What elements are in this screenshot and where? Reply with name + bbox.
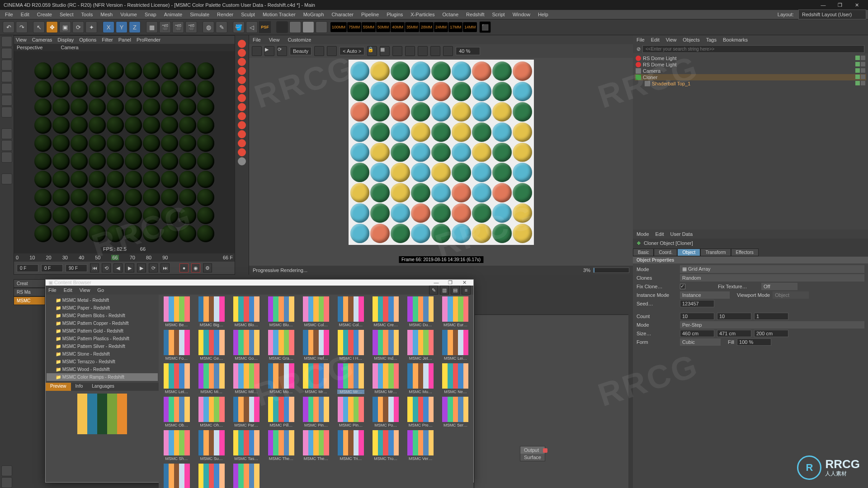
rv-save-icon[interactable] (252, 46, 262, 56)
start-frame-field[interactable]: 0 F (17, 264, 38, 272)
tree-item[interactable]: 📁 MSMC Pattern Plastics - Redshift (47, 335, 158, 343)
rs-btn-6[interactable] (238, 85, 246, 93)
psf-button[interactable]: PSF (259, 21, 271, 33)
om-row[interactable]: Shaderball Top_1 (635, 80, 866, 87)
menu-select[interactable]: Select (57, 10, 77, 19)
rv-menu-customize[interactable]: Customize (288, 37, 311, 42)
cb-tool-2[interactable]: ▥ (440, 286, 449, 295)
om-row[interactable]: RS Dome Light (635, 61, 866, 68)
palette-item[interactable]: MSMC Ser… (439, 397, 472, 427)
tree-item[interactable]: 📁 MSMC Wood - Redshift (47, 366, 158, 373)
mat-tab-create[interactable]: Creat (14, 279, 45, 288)
soft-select[interactable] (1, 152, 12, 163)
rs-btn-11[interactable] (238, 130, 246, 138)
rs-btn-9[interactable] (238, 112, 246, 120)
palette-item[interactable]: MSMC Par… (230, 397, 262, 427)
lens-50[interactable]: 50MM (376, 22, 390, 32)
attr-tab-coord[interactable]: Coord. (654, 249, 677, 256)
om-search-input[interactable] (642, 45, 864, 53)
undo-button[interactable]: ↶ (3, 21, 14, 33)
rv-snapshot-b-icon[interactable] (418, 46, 428, 56)
rv-grid-icon[interactable]: ▦ (380, 46, 390, 56)
palette-item[interactable]: MSMC Ind… (370, 330, 402, 361)
rs-btn-7[interactable] (238, 94, 246, 102)
model-mode[interactable] (1, 36, 12, 47)
browser-max-icon[interactable]: ❐ (444, 280, 457, 286)
swatch-grey[interactable] (316, 21, 327, 33)
size-z[interactable]: 200 cm (754, 330, 788, 337)
render-pv-button[interactable]: 🎬 (172, 21, 184, 33)
viewport-perspective[interactable]: View Cameras Display Options Filter Pane… (14, 35, 235, 275)
om-menu-view[interactable]: View (666, 37, 677, 42)
rv-menu-view[interactable]: View (269, 37, 280, 42)
menu-redshift[interactable]: Redshift (463, 10, 487, 19)
lens-14[interactable]: 14MM (463, 22, 477, 32)
palette-item[interactable]: MSMC Mi… (195, 363, 227, 394)
mat-tab-msmc[interactable]: MSMC (14, 296, 45, 305)
rv-lock-icon[interactable]: 🔒 (367, 46, 377, 56)
lens-100[interactable]: 100MM (330, 22, 347, 32)
size-y[interactable]: 471 cm (717, 330, 751, 337)
menu-animate[interactable]: Animate (161, 10, 185, 19)
rv-copy-icon[interactable] (443, 46, 453, 56)
palette-item[interactable]: MSMC Lei… (439, 330, 472, 361)
rv-pass-select[interactable]: Beauty (290, 47, 311, 55)
attr-tab-basic[interactable]: Basic (633, 249, 654, 256)
vpmode-select[interactable]: Object (773, 291, 809, 299)
axis-mode[interactable] (1, 107, 12, 117)
rs-btn-13[interactable] (238, 148, 246, 156)
vp-menu-panel[interactable]: Panel (118, 37, 131, 42)
last-tool[interactable]: ✦ (85, 21, 97, 33)
palette-item[interactable]: MSMC Eur… (439, 296, 472, 327)
palette-item[interactable]: MSMC Wi… (195, 464, 227, 488)
workplane-mode[interactable] (1, 60, 12, 70)
menu-mesh[interactable]: Mesh (97, 10, 116, 19)
om-menu-file[interactable]: File (637, 37, 645, 42)
menu-plugins[interactable]: Plugins (383, 10, 406, 19)
vp-menu-cameras[interactable]: Cameras (32, 37, 52, 42)
menu-tools[interactable]: Tools (78, 10, 96, 19)
tree-item[interactable]: 📁 MSMC Pattern Gold - Redshift (47, 327, 158, 335)
vp-menu-filter[interactable]: Filter (102, 37, 113, 42)
vp-menu-display[interactable]: Display (57, 37, 74, 42)
lens-35[interactable]: 35MM (405, 22, 419, 32)
palette-item[interactable]: MSMC I H… (335, 330, 367, 361)
cube-object[interactable]: ◍ (203, 21, 214, 33)
pstart-frame-field[interactable]: 0 F (41, 264, 63, 272)
rs-btn-4[interactable] (238, 67, 246, 75)
step-fwd-button[interactable]: ⟳ (149, 263, 158, 272)
menu-mograph[interactable]: MoGraph (300, 10, 327, 19)
rv-compare-icon[interactable] (430, 46, 440, 56)
timeline-ruler[interactable]: 0 10 20 30 40 50 66 70 80 90 66 F (14, 253, 235, 262)
y-axis-lock[interactable]: Y (116, 21, 127, 33)
menu-volume[interactable]: Volume (117, 10, 140, 19)
rs-btn-3[interactable] (238, 58, 246, 66)
vp-tab-camera[interactable]: Camera (61, 45, 78, 50)
menu-snap[interactable]: Snap (142, 10, 160, 19)
palette-item[interactable]: MSMC Big… (195, 296, 227, 327)
palette-item[interactable]: MSMC Su… (195, 430, 227, 461)
menu-character[interactable]: Character (329, 10, 357, 19)
poly-mode[interactable] (1, 95, 12, 106)
seed-field[interactable]: 123457 (680, 300, 714, 307)
tree-item[interactable]: 📁 MSMC Paper - Redshift (47, 304, 158, 312)
key-options-button[interactable]: ⚙ (203, 263, 212, 272)
instmode-select[interactable]: Instance (680, 291, 730, 299)
attr-tab-effectors[interactable]: Effectors (731, 249, 759, 256)
object-manager-tree[interactable]: RS Dome LightRS Dome LightCameraClonerSh… (633, 53, 868, 230)
om-menu-bookmarks[interactable]: Bookmarks (723, 37, 748, 42)
menu-octane[interactable]: Octane (439, 10, 462, 19)
attr-tab-object[interactable]: Object (677, 249, 700, 256)
attr-menu-mode[interactable]: Mode (637, 231, 649, 237)
rv-auto-select[interactable]: < Auto > (340, 47, 364, 55)
cb-menu-view[interactable]: View (80, 287, 90, 293)
rv-refresh-icon[interactable]: ⟳ (277, 46, 287, 56)
om-menu-objects[interactable]: Objects (683, 37, 699, 42)
rv-crop-icon[interactable] (327, 46, 337, 56)
tree-item[interactable]: 📁 MSMC Stone - Redshift (47, 350, 158, 358)
palette-item[interactable]: MSMC The… (300, 430, 332, 461)
menu-render[interactable]: Render (214, 10, 236, 19)
tree-item[interactable]: 📁 MSMC Pattern Silver - Redshift (47, 343, 158, 350)
prev-frame-button[interactable]: ◀ (113, 263, 123, 272)
node-editor[interactable]: Output Surface (475, 314, 628, 488)
